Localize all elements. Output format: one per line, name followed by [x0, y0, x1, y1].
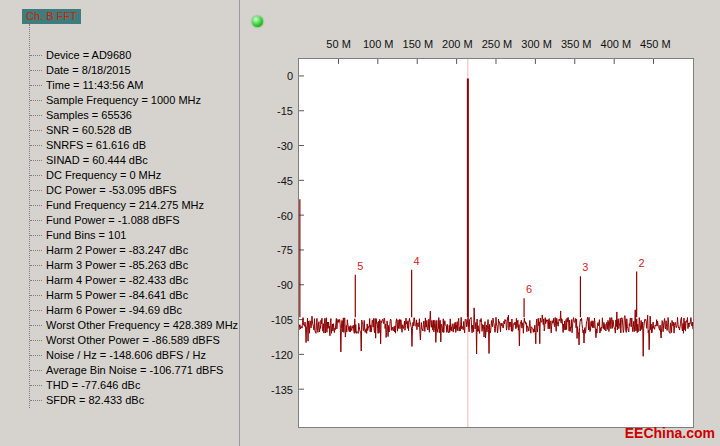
tree-item-label: Harm 6 Power = -94.69 dBc: [46, 303, 182, 318]
tree-item-sinad[interactable]: SINAD = 60.444 dBc: [30, 153, 239, 168]
tree-item-noise-per-hz[interactable]: Noise / Hz = -148.606 dBFS / Hz: [30, 348, 239, 363]
tree-connector: [30, 115, 42, 116]
tree-item-harm4-power[interactable]: Harm 4 Power = -82.433 dBc: [30, 273, 239, 288]
tree-item-label: Worst Other Frequency = 428.389 MHz: [46, 318, 238, 333]
tree-item-fund-power[interactable]: Fund Power = -1.088 dBFS: [30, 213, 239, 228]
x-tick-label: 450 M: [640, 38, 671, 50]
tree-connector: [30, 340, 42, 341]
tree-item-device[interactable]: Device = AD9680: [30, 48, 239, 63]
tree-item-average-bin-noise[interactable]: Average Bin Noise = -106.771 dBFS: [30, 363, 239, 378]
fft-analyzer-window: Ch. B FFT Device = AD9680 Date = 8/18/20…: [0, 0, 720, 446]
x-tick-label: 50 M: [326, 38, 350, 50]
tree-item-time[interactable]: Time = 11:43:56 AM: [30, 78, 239, 93]
tree-item-label: Fund Bins = 101: [46, 228, 126, 243]
tree-item-sfdr[interactable]: SFDR = 82.433 dBc: [30, 393, 239, 408]
tree-connector: [30, 295, 42, 296]
tree-root-ch-b-fft[interactable]: Ch. B FFT: [22, 9, 81, 24]
tree-connector: [30, 175, 42, 176]
tree-item-dc-frequency[interactable]: DC Frequency = 0 MHz: [30, 168, 239, 183]
x-tick-label: 150 M: [403, 38, 434, 50]
tree-item-date[interactable]: Date = 8/18/2015: [30, 63, 239, 78]
tree-connector: [30, 235, 42, 236]
y-tick-label: -15: [249, 105, 293, 117]
harmonic-label-6: 6: [526, 283, 532, 295]
y-tick-label: -120: [249, 349, 293, 361]
tree-item-label: SFDR = 82.433 dBc: [46, 393, 144, 408]
tree-item-label: Device = AD9680: [46, 48, 131, 63]
tree-connector: [30, 325, 42, 326]
tree-connector: [30, 280, 42, 281]
x-tick-label: 200 M: [442, 38, 473, 50]
tree-item-label: Samples = 65536: [46, 108, 132, 123]
x-axis-labels: 50 M100 M150 M200 M250 M300 M350 M400 M4…: [241, 38, 720, 52]
tree-item-label: SNRFS = 61.616 dB: [46, 138, 146, 153]
tree-item-label: Harm 3 Power = -85.263 dBc: [46, 258, 188, 273]
tree-connector: [30, 355, 42, 356]
y-axis-labels: 0-15-30-45-60-75-90-105-120-135: [241, 0, 293, 446]
tree-connector: [30, 220, 42, 221]
fft-noise-trace: [299, 308, 693, 356]
x-tick-label: 300 M: [521, 38, 552, 50]
tree-item-label: THD = -77.646 dBc: [46, 378, 140, 393]
tree-connector: [30, 85, 42, 86]
x-tick-label: 350 M: [561, 38, 592, 50]
x-tick-label: 250 M: [482, 38, 513, 50]
tree-item-worst-other-power[interactable]: Worst Other Power = -86.589 dBFS: [30, 333, 239, 348]
tree-item-label: Harm 2 Power = -83.247 dBc: [46, 243, 188, 258]
tree-item-label: Harm 5 Power = -84.641 dBc: [46, 288, 188, 303]
tree-item-label: Worst Other Power = -86.589 dBFS: [46, 333, 220, 348]
tree-item-fund-bins[interactable]: Fund Bins = 101: [30, 228, 239, 243]
tree-item-harm3-power[interactable]: Harm 3 Power = -85.263 dBc: [30, 258, 239, 273]
tree-connector: [30, 130, 42, 131]
tree-item-label: Average Bin Noise = -106.771 dBFS: [46, 363, 223, 378]
y-tick-label: -75: [249, 244, 293, 256]
tree-item-sample-frequency[interactable]: Sample Frequency = 1000 MHz: [30, 93, 239, 108]
tree-item-label: SINAD = 60.444 dBc: [46, 153, 148, 168]
y-tick-label: 0: [249, 70, 293, 82]
tree-item-harm6-power[interactable]: Harm 6 Power = -94.69 dBc: [30, 303, 239, 318]
tree-item-dc-power[interactable]: DC Power = -53.095 dBFS: [30, 183, 239, 198]
tree-item-label: DC Frequency = 0 MHz: [46, 168, 161, 183]
tree-connector: [30, 265, 42, 266]
tree-item-samples[interactable]: Samples = 65536: [30, 108, 239, 123]
tree-connector: [30, 70, 42, 71]
tree-item-worst-other-frequency[interactable]: Worst Other Frequency = 428.389 MHz: [30, 318, 239, 333]
tree-item-label: Sample Frequency = 1000 MHz: [46, 93, 201, 108]
x-tick-label: 100 M: [363, 38, 394, 50]
tree-connector: [30, 190, 42, 191]
y-tick-label: -90: [249, 279, 293, 291]
tree-item-label: DC Power = -53.095 dBFS: [46, 183, 177, 198]
tree-item-harm2-power[interactable]: Harm 2 Power = -83.247 dBc: [30, 243, 239, 258]
tree-item-label: Fund Frequency = 214.275 MHz: [46, 198, 204, 213]
y-tick-label: -105: [249, 314, 293, 326]
watermark: EEChina.com: [625, 425, 715, 441]
fft-results-tree-panel: Ch. B FFT Device = AD9680 Date = 8/18/20…: [0, 0, 240, 446]
tree-item-label: Fund Power = -1.088 dBFS: [46, 213, 180, 228]
harmonic-label-3: 3: [582, 261, 588, 273]
tree-item-harm5-power[interactable]: Harm 5 Power = -84.641 dBc: [30, 288, 239, 303]
tree-item-label: Harm 4 Power = -82.433 dBc: [46, 273, 188, 288]
tree-item-label: Date = 8/18/2015: [46, 63, 131, 78]
tree-connector: [30, 385, 42, 386]
harmonic-label-2: 2: [639, 257, 645, 269]
tree-connector: [30, 370, 42, 371]
tree-item-thd[interactable]: THD = -77.646 dBc: [30, 378, 239, 393]
tree-item-snrfs[interactable]: SNRFS = 61.616 dB: [30, 138, 239, 153]
y-tick-label: -45: [249, 175, 293, 187]
tree-connector: [30, 205, 42, 206]
tree-connector: [30, 55, 42, 56]
harmonic-label-5: 5: [357, 260, 363, 272]
tree-connector: [30, 250, 42, 251]
tree-connector: [30, 100, 42, 101]
tree-item-snr[interactable]: SNR = 60.528 dB: [30, 123, 239, 138]
y-tick-label: -135: [249, 384, 293, 396]
fft-plot-panel: 50 M100 M150 M200 M250 M300 M350 M400 M4…: [241, 0, 720, 446]
tree-connector: [30, 145, 42, 146]
tree-connector: [30, 400, 42, 401]
y-tick-label: -30: [249, 140, 293, 152]
tree-item-label: SNR = 60.528 dB: [46, 123, 132, 138]
tree-item-label: Time = 11:43:56 AM: [46, 78, 144, 93]
harmonic-label-4: 4: [414, 255, 420, 267]
fft-plot[interactable]: 23456: [298, 58, 694, 428]
tree-item-fund-frequency[interactable]: Fund Frequency = 214.275 MHz: [30, 198, 239, 213]
